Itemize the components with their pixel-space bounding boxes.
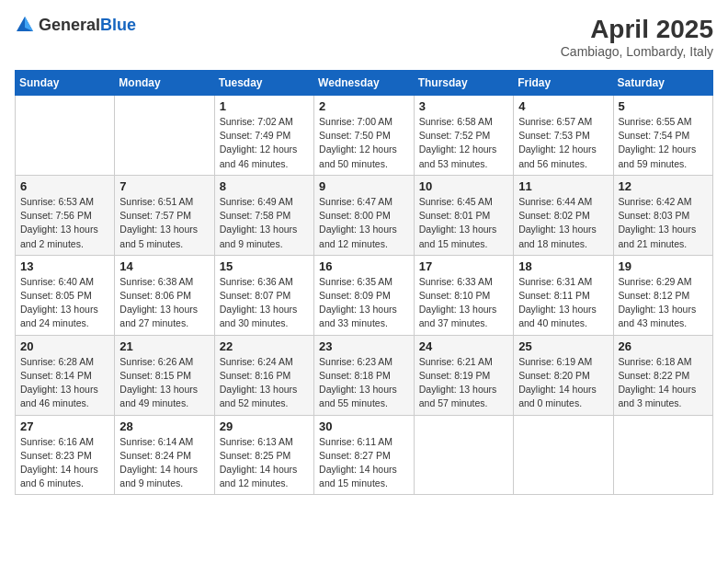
calendar-cell: 27Sunrise: 6:16 AM Sunset: 8:23 PM Dayli… (16, 415, 115, 495)
day-number: 30 (319, 419, 409, 433)
day-number: 27 (20, 419, 109, 433)
calendar-cell: 21Sunrise: 6:26 AM Sunset: 8:15 PM Dayli… (115, 335, 214, 415)
day-info: Sunrise: 6:36 AM Sunset: 8:07 PM Dayligh… (220, 275, 309, 331)
header-sunday: Sunday (16, 71, 115, 96)
calendar-cell (115, 96, 214, 176)
day-info: Sunrise: 6:57 AM Sunset: 7:53 PM Dayligh… (518, 115, 608, 171)
day-number: 24 (419, 339, 508, 353)
day-info: Sunrise: 6:35 AM Sunset: 8:09 PM Dayligh… (319, 275, 409, 331)
logo-icon (15, 15, 35, 35)
day-number: 28 (119, 419, 209, 433)
week-row-2: 6Sunrise: 6:53 AM Sunset: 7:56 PM Daylig… (16, 175, 713, 255)
calendar-cell: 11Sunrise: 6:44 AM Sunset: 8:02 PM Dayli… (514, 175, 613, 255)
calendar-cell: 3Sunrise: 6:58 AM Sunset: 7:52 PM Daylig… (414, 96, 513, 176)
header-row: Sunday Monday Tuesday Wednesday Thursday… (16, 71, 713, 96)
day-number: 5 (619, 99, 708, 113)
day-number: 3 (419, 99, 508, 113)
day-number: 8 (220, 179, 309, 193)
calendar-cell: 19Sunrise: 6:29 AM Sunset: 8:12 PM Dayli… (613, 255, 712, 335)
day-number: 7 (119, 179, 209, 193)
day-number: 18 (518, 259, 608, 273)
day-info: Sunrise: 6:44 AM Sunset: 8:02 PM Dayligh… (518, 195, 608, 251)
calendar-body: 1Sunrise: 7:02 AM Sunset: 7:49 PM Daylig… (16, 96, 713, 495)
calendar-cell: 10Sunrise: 6:45 AM Sunset: 8:01 PM Dayli… (414, 175, 513, 255)
day-info: Sunrise: 7:00 AM Sunset: 7:50 PM Dayligh… (319, 115, 409, 171)
calendar-cell: 29Sunrise: 6:13 AM Sunset: 8:25 PM Dayli… (214, 415, 313, 495)
calendar-cell: 1Sunrise: 7:02 AM Sunset: 7:49 PM Daylig… (214, 96, 313, 176)
calendar-cell (613, 415, 712, 495)
calendar-cell: 7Sunrise: 6:51 AM Sunset: 7:57 PM Daylig… (115, 175, 214, 255)
day-number: 26 (619, 339, 708, 353)
main-title: April 2025 (561, 15, 713, 44)
calendar-cell (414, 415, 513, 495)
calendar-cell: 25Sunrise: 6:19 AM Sunset: 8:20 PM Dayli… (514, 335, 613, 415)
header-friday: Friday (514, 71, 613, 96)
day-number: 25 (518, 339, 608, 353)
calendar-cell: 2Sunrise: 7:00 AM Sunset: 7:50 PM Daylig… (314, 96, 415, 176)
header-thursday: Thursday (414, 71, 513, 96)
header-saturday: Saturday (613, 71, 712, 96)
calendar-cell (514, 415, 613, 495)
day-info: Sunrise: 7:02 AM Sunset: 7:49 PM Dayligh… (220, 115, 309, 171)
calendar-cell: 24Sunrise: 6:21 AM Sunset: 8:19 PM Dayli… (414, 335, 513, 415)
day-info: Sunrise: 6:58 AM Sunset: 7:52 PM Dayligh… (419, 115, 508, 171)
calendar-cell: 17Sunrise: 6:33 AM Sunset: 8:10 PM Dayli… (414, 255, 513, 335)
day-info: Sunrise: 6:31 AM Sunset: 8:11 PM Dayligh… (518, 275, 608, 331)
calendar: Sunday Monday Tuesday Wednesday Thursday… (15, 70, 713, 495)
day-number: 21 (119, 339, 209, 353)
calendar-cell (16, 96, 115, 176)
day-info: Sunrise: 6:51 AM Sunset: 7:57 PM Dayligh… (119, 195, 209, 251)
calendar-cell: 12Sunrise: 6:42 AM Sunset: 8:03 PM Dayli… (613, 175, 712, 255)
calendar-cell: 4Sunrise: 6:57 AM Sunset: 7:53 PM Daylig… (514, 96, 613, 176)
day-number: 16 (319, 259, 409, 273)
day-number: 15 (220, 259, 309, 273)
day-number: 19 (619, 259, 708, 273)
title-area: April 2025 Cambiago, Lombardy, Italy (561, 15, 713, 59)
calendar-cell: 9Sunrise: 6:47 AM Sunset: 8:00 PM Daylig… (314, 175, 415, 255)
header-monday: Monday (115, 71, 214, 96)
day-number: 13 (20, 259, 109, 273)
day-info: Sunrise: 6:21 AM Sunset: 8:19 PM Dayligh… (419, 355, 508, 411)
week-row-1: 1Sunrise: 7:02 AM Sunset: 7:49 PM Daylig… (16, 96, 713, 176)
logo: GeneralBlue (15, 15, 136, 35)
week-row-4: 20Sunrise: 6:28 AM Sunset: 8:14 PM Dayli… (16, 335, 713, 415)
day-info: Sunrise: 6:18 AM Sunset: 8:22 PM Dayligh… (619, 355, 708, 411)
week-row-5: 27Sunrise: 6:16 AM Sunset: 8:23 PM Dayli… (16, 415, 713, 495)
day-info: Sunrise: 6:11 AM Sunset: 8:27 PM Dayligh… (319, 435, 409, 491)
day-info: Sunrise: 6:40 AM Sunset: 8:05 PM Dayligh… (20, 275, 109, 331)
day-info: Sunrise: 6:42 AM Sunset: 8:03 PM Dayligh… (619, 195, 708, 251)
day-info: Sunrise: 6:47 AM Sunset: 8:00 PM Dayligh… (319, 195, 409, 251)
day-info: Sunrise: 6:33 AM Sunset: 8:10 PM Dayligh… (419, 275, 508, 331)
day-info: Sunrise: 6:55 AM Sunset: 7:54 PM Dayligh… (619, 115, 708, 171)
header-tuesday: Tuesday (214, 71, 313, 96)
day-number: 14 (119, 259, 209, 273)
calendar-cell: 15Sunrise: 6:36 AM Sunset: 8:07 PM Dayli… (214, 255, 313, 335)
day-number: 10 (419, 179, 508, 193)
day-info: Sunrise: 6:16 AM Sunset: 8:23 PM Dayligh… (20, 435, 109, 491)
page-header: GeneralBlue April 2025 Cambiago, Lombard… (15, 15, 713, 59)
day-info: Sunrise: 6:49 AM Sunset: 7:58 PM Dayligh… (220, 195, 309, 251)
day-info: Sunrise: 6:53 AM Sunset: 7:56 PM Dayligh… (20, 195, 109, 251)
day-info: Sunrise: 6:45 AM Sunset: 8:01 PM Dayligh… (419, 195, 508, 251)
day-info: Sunrise: 6:14 AM Sunset: 8:24 PM Dayligh… (119, 435, 209, 491)
logo-general: General (39, 16, 100, 34)
day-number: 11 (518, 179, 608, 193)
day-number: 23 (319, 339, 409, 353)
header-wednesday: Wednesday (314, 71, 415, 96)
calendar-cell: 13Sunrise: 6:40 AM Sunset: 8:05 PM Dayli… (16, 255, 115, 335)
day-number: 9 (319, 179, 409, 193)
calendar-cell: 5Sunrise: 6:55 AM Sunset: 7:54 PM Daylig… (613, 96, 712, 176)
calendar-cell: 28Sunrise: 6:14 AM Sunset: 8:24 PM Dayli… (115, 415, 214, 495)
day-info: Sunrise: 6:23 AM Sunset: 8:18 PM Dayligh… (319, 355, 409, 411)
calendar-cell: 26Sunrise: 6:18 AM Sunset: 8:22 PM Dayli… (613, 335, 712, 415)
day-number: 29 (220, 419, 309, 433)
day-number: 2 (319, 99, 409, 113)
day-info: Sunrise: 6:19 AM Sunset: 8:20 PM Dayligh… (518, 355, 608, 411)
calendar-cell: 23Sunrise: 6:23 AM Sunset: 8:18 PM Dayli… (314, 335, 415, 415)
calendar-cell: 18Sunrise: 6:31 AM Sunset: 8:11 PM Dayli… (514, 255, 613, 335)
calendar-cell: 16Sunrise: 6:35 AM Sunset: 8:09 PM Dayli… (314, 255, 415, 335)
calendar-header: Sunday Monday Tuesday Wednesday Thursday… (16, 71, 713, 96)
day-info: Sunrise: 6:24 AM Sunset: 8:16 PM Dayligh… (220, 355, 309, 411)
calendar-cell: 14Sunrise: 6:38 AM Sunset: 8:06 PM Dayli… (115, 255, 214, 335)
day-info: Sunrise: 6:28 AM Sunset: 8:14 PM Dayligh… (20, 355, 109, 411)
